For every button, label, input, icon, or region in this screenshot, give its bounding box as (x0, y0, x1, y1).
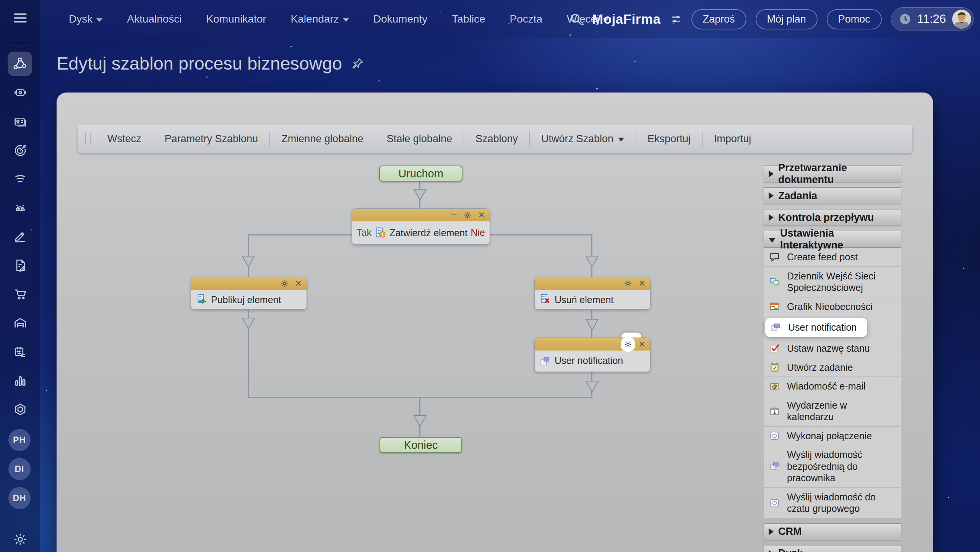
nav-item-aktualnosci[interactable]: Aktualności (127, 13, 182, 25)
back-button[interactable]: Wstecz (96, 131, 153, 146)
minimize-icon[interactable]: – (451, 209, 456, 219)
list-item-user-notification[interactable]: User notification (764, 316, 901, 339)
list-item-social-log[interactable]: Dziennik Wejść Sieci Społecznościowej (764, 267, 901, 297)
import-button[interactable]: Importuj (702, 131, 763, 146)
nav-item-tablice[interactable]: Tablice (452, 13, 485, 25)
document-approve-icon (374, 227, 386, 239)
gear-icon[interactable] (464, 211, 471, 219)
export-button[interactable]: Eksportuj (636, 131, 702, 146)
section-tasks[interactable]: Zadania (764, 187, 901, 204)
close-icon[interactable]: ✕ (478, 211, 485, 219)
bar-chart-icon[interactable] (0, 374, 40, 388)
list-item-set-state-name[interactable]: Ustaw nazwę stanu (764, 339, 901, 358)
editor-toolbar: Wstecz Parametry Szablonu Zmienne global… (78, 125, 912, 153)
triangle-down-icon (769, 238, 776, 243)
templates-button[interactable]: Szablony (464, 131, 529, 146)
flow-end-node[interactable]: Koniec (380, 437, 462, 453)
sidebar-item-active[interactable] (8, 52, 32, 76)
email-icon: @ (769, 381, 780, 391)
global-constants-button[interactable]: Stałe globalne (375, 131, 464, 146)
help-button[interactable]: Pomoc (827, 9, 882, 29)
id-card-icon[interactable] (0, 115, 40, 129)
document-edit-icon[interactable] (0, 258, 40, 272)
arrowhead-icon (585, 318, 599, 331)
nav-right-cluster: MojaFirma Zaproś Mój plan Pomoc 11:26 (569, 0, 974, 38)
close-icon[interactable]: ✕ (639, 340, 646, 349)
list-item-absence-schedule[interactable]: Grafik Nieobecności (764, 297, 901, 317)
hex-nut-icon[interactable] (0, 403, 40, 416)
user-avatar[interactable] (952, 10, 971, 29)
workspace-name[interactable]: MojaFirma (592, 11, 661, 27)
list-item-make-call[interactable]: Wykonaj połączenie (764, 427, 901, 446)
node-header[interactable]: ✕ (191, 277, 307, 290)
triangle-right-icon (769, 214, 774, 221)
gear-icon[interactable] (624, 280, 632, 287)
list-item-email[interactable]: @ Wiadomość e-mail (764, 377, 901, 396)
sidebar-divider (10, 43, 30, 43)
decision-no-label[interactable]: Nie (471, 227, 485, 238)
close-icon[interactable]: ✕ (639, 279, 646, 288)
gear-icon[interactable] (281, 280, 288, 287)
goal-target-icon[interactable] (0, 144, 40, 157)
sidebar-avatar-di[interactable]: DI (8, 458, 31, 480)
global-variables-button[interactable]: Zmienne globalne (269, 131, 375, 146)
shopping-cart-icon[interactable] (0, 287, 40, 301)
vr-headset-icon[interactable] (0, 86, 40, 99)
triangle-right-icon (769, 170, 774, 177)
flow-decision-node[interactable]: – ✕ Tak Nie Zatwierdź element (352, 208, 490, 245)
list-item-direct-message[interactable]: Wyślij wiadomość bezpośrednią do pracown… (764, 445, 901, 488)
invite-button[interactable]: Zaproś (691, 9, 746, 29)
gear-icon[interactable] (624, 341, 632, 348)
search-icon[interactable] (569, 12, 583, 26)
section-dysk[interactable]: Dysk (764, 545, 901, 552)
flow-delete-node[interactable]: ✕ Usuń element (534, 277, 651, 310)
page-header: Edytuj szablon procesu biznesowgo (57, 53, 364, 74)
create-template-dropdown[interactable]: Utwórz Szablon (529, 131, 636, 146)
section-interactive-settings[interactable]: Ustawienia Interaktywne (764, 231, 901, 248)
section-document-processing[interactable]: Przetwarzanie dokumentu (764, 166, 901, 182)
section-flow-control[interactable]: Kontrola przepływu (764, 209, 901, 226)
sliders-icon[interactable] (670, 13, 682, 25)
settings-gear-icon[interactable] (0, 532, 40, 547)
flow-notification-node[interactable]: ✕ User notification (534, 338, 651, 372)
android-bot-icon[interactable] (0, 201, 40, 215)
arrowhead-icon (585, 255, 599, 268)
planner-board-icon[interactable] (0, 345, 40, 359)
blocks-sidebar: Przetwarzanie dokumentu Zadania Kontrola… (764, 166, 901, 552)
svg-text:1: 1 (773, 410, 776, 414)
menu-icon[interactable] (0, 11, 40, 24)
list-item-calendar-event[interactable]: 1 Wydarzenie w kalendarzu (764, 396, 901, 427)
nav-item-dokumenty[interactable]: Dokumenty (373, 13, 428, 25)
warehouse-icon[interactable] (0, 317, 40, 330)
close-icon[interactable]: ✕ (295, 279, 302, 288)
node-label: Publikuj element (211, 294, 281, 305)
caret-down-icon (618, 138, 624, 141)
template-parameters-button[interactable]: Parametry Szablonu (153, 131, 270, 146)
feed-lines-icon[interactable] (0, 172, 40, 186)
node-header[interactable]: ✕ (535, 338, 650, 351)
chat-bubble-icon (769, 252, 780, 262)
triangle-right-icon (769, 528, 774, 535)
my-plan-button[interactable]: Mój plan (756, 9, 818, 29)
sidebar-avatar-ph[interactable]: PH (8, 429, 31, 451)
toolbar-grip-handle[interactable] (85, 133, 91, 144)
sidebar-avatar-dh[interactable]: DH (8, 487, 31, 509)
node-header[interactable]: – ✕ (352, 209, 490, 221)
list-item-create-task[interactable]: Utwórz zadanie (764, 358, 901, 377)
pin-icon[interactable] (351, 57, 364, 70)
make-call-icon (769, 430, 780, 441)
section-crm[interactable]: CRM (764, 523, 901, 540)
signature-pen-icon[interactable] (0, 230, 40, 244)
nav-item-dysk[interactable]: Dysk (69, 13, 102, 25)
decision-yes-label[interactable]: Tak (357, 227, 372, 238)
arrowhead-icon (413, 188, 427, 201)
nav-item-komunikator[interactable]: Komunikator (206, 13, 266, 25)
nav-item-poczta[interactable]: Poczta (510, 13, 543, 25)
flow-publish-node[interactable]: ✕ Publikuj element (191, 277, 307, 310)
nav-item-kalendarz[interactable]: Kalendarz (291, 13, 349, 25)
node-header[interactable]: ✕ (535, 277, 650, 290)
calendar-event-icon: 1 (769, 406, 780, 416)
flow-start-node[interactable]: Uruchom (379, 166, 462, 182)
time-tracker-widget[interactable]: 11:26 (891, 7, 974, 31)
list-item-group-chat[interactable]: Wyślij wiadomość do czatu grupowego (764, 488, 901, 518)
